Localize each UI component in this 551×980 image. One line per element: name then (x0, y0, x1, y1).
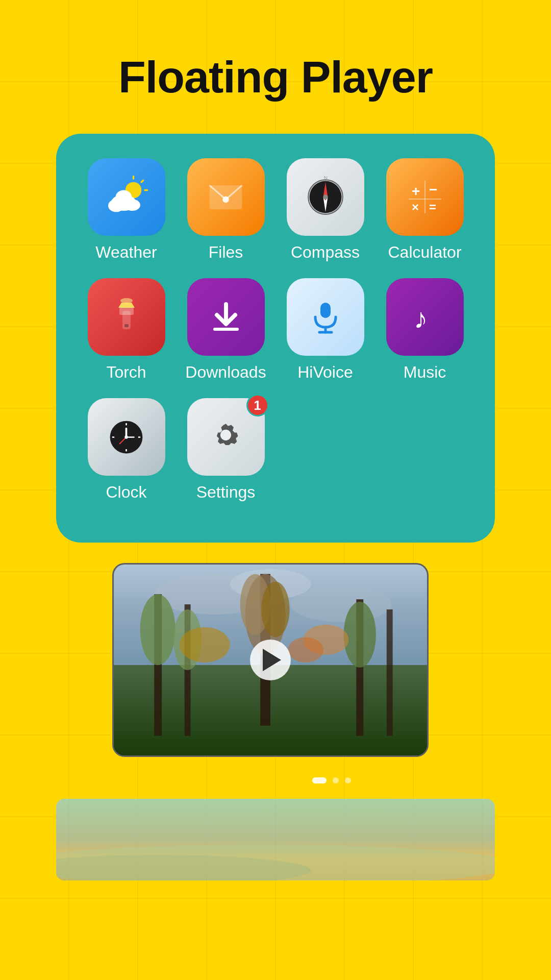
page-title: Floating Player (0, 0, 551, 134)
svg-point-69 (261, 582, 289, 638)
app-item-music[interactable]: ♪ Music (379, 278, 470, 382)
app-item-weather[interactable]: Weather (81, 158, 172, 262)
svg-text:−: − (429, 182, 437, 198)
app-item-settings[interactable]: 1 Settings (180, 398, 271, 502)
svg-point-59 (124, 435, 128, 438)
video-player-section (112, 563, 551, 794)
app-label-settings: Settings (196, 483, 256, 502)
svg-point-60 (220, 429, 231, 440)
weather-icon (88, 158, 165, 236)
video-background (114, 565, 427, 755)
app-icon-wrapper-downloads (187, 278, 265, 356)
svg-text:=: = (429, 200, 436, 214)
app-item-torch[interactable]: Torch (81, 278, 172, 382)
svg-point-44 (120, 298, 133, 303)
app-item-calculator[interactable]: + − × = Calculator (379, 158, 470, 262)
files-icon (187, 158, 265, 236)
app-label-clock: Clock (106, 483, 146, 502)
app-label-weather: Weather (95, 243, 157, 262)
svg-point-75 (344, 602, 376, 668)
app-icon-wrapper-compass: N (287, 158, 364, 236)
app-item-hivoice[interactable]: HiVoice (280, 278, 371, 382)
svg-point-77 (180, 627, 230, 663)
svg-point-71 (140, 594, 175, 665)
svg-rect-76 (387, 609, 393, 736)
app-label-compass: Compass (291, 243, 360, 262)
pagination-dot-0[interactable] (312, 777, 327, 783)
app-grid: Weather Files (81, 158, 470, 502)
svg-text:♪: ♪ (414, 303, 428, 334)
pagination-dot-1[interactable] (333, 777, 339, 783)
svg-point-79 (288, 637, 323, 663)
svg-text:×: × (412, 200, 419, 214)
svg-text:N: N (323, 176, 327, 181)
app-icon-wrapper-settings: 1 (187, 398, 265, 476)
play-button[interactable] (250, 640, 291, 680)
app-label-torch: Torch (106, 363, 146, 382)
settings-badge: 1 (246, 394, 269, 416)
app-label-downloads: Downloads (185, 363, 266, 382)
app-icon-wrapper-weather (88, 158, 165, 236)
svg-text:+: + (412, 183, 420, 199)
app-item-downloads[interactable]: Downloads (180, 278, 271, 382)
svg-marker-42 (118, 303, 135, 308)
app-icon-wrapper-clock (88, 398, 165, 476)
app-item-clock[interactable]: Clock (81, 398, 172, 502)
downloads-icon (187, 278, 265, 356)
video-player[interactable] (112, 563, 429, 757)
app-label-hivoice: HiVoice (297, 363, 353, 382)
app-grid-card: Weather Files (56, 134, 495, 543)
svg-rect-41 (119, 307, 134, 315)
svg-point-63 (291, 586, 392, 622)
play-triangle-icon (263, 649, 281, 671)
app-icon-wrapper-music: ♪ (386, 278, 464, 356)
svg-point-32 (323, 195, 328, 200)
app-label-files: Files (209, 243, 243, 262)
compass-icon: N (287, 158, 364, 236)
app-icon-wrapper-files (187, 158, 265, 236)
clock-icon (88, 398, 165, 476)
pagination-dots (112, 767, 551, 794)
svg-point-25 (115, 190, 132, 204)
svg-rect-43 (124, 324, 129, 327)
app-icon-wrapper-torch (88, 278, 165, 356)
app-label-music: Music (404, 363, 446, 382)
music-icon: ♪ (386, 278, 464, 356)
svg-point-27 (222, 196, 229, 203)
calculator-icon: + − × = (386, 158, 464, 236)
svg-line-20 (141, 180, 143, 182)
torch-icon (88, 278, 165, 356)
hivoice-icon (287, 278, 364, 356)
app-label-calculator: Calculator (388, 243, 461, 262)
app-item-compass[interactable]: N Compass (280, 158, 371, 262)
bottom-preview (56, 799, 495, 880)
app-icon-wrapper-hivoice (287, 278, 364, 356)
app-icon-wrapper-calculator: + − × = (386, 158, 464, 236)
pagination-dot-2[interactable] (345, 777, 351, 783)
svg-rect-46 (320, 303, 331, 318)
app-item-files[interactable]: Files (180, 158, 271, 262)
